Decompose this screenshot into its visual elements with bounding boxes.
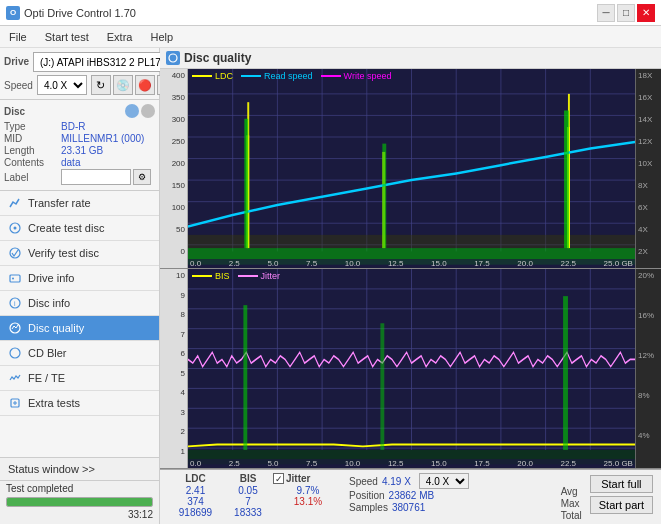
disc-type-value: BD-R	[61, 121, 85, 132]
svg-point-4	[12, 278, 14, 280]
title-bar: O Opti Drive Control 1.70 ─ □ ✕	[0, 0, 661, 26]
close-button[interactable]: ✕	[637, 4, 655, 22]
chart2-y-axis-left: 10987654321	[160, 269, 188, 468]
start-buttons: Start full Start part	[590, 473, 653, 514]
verify-test-disc-icon	[8, 246, 22, 260]
chart2-y-axis-right: 20%16%12%8%4%	[635, 269, 661, 468]
svg-rect-39	[382, 144, 386, 248]
disc-label-label: Label	[4, 172, 59, 183]
nav-disc-info[interactable]: i Disc info	[0, 291, 159, 316]
nav-disc-quality-label: Disc quality	[28, 322, 84, 334]
nav-extra-tests-label: Extra tests	[28, 397, 80, 409]
start-full-button[interactable]: Start full	[590, 475, 653, 493]
svg-point-2	[10, 248, 20, 258]
nav-disc-quality[interactable]: Disc quality	[0, 316, 159, 341]
svg-rect-3	[10, 275, 20, 282]
nav-cd-bler[interactable]: CD Bler	[0, 341, 159, 366]
svg-point-1	[14, 227, 17, 230]
jitter-legend-line	[238, 275, 258, 277]
svg-point-8	[10, 348, 20, 358]
menu-bar: File Start test Extra Help	[0, 26, 661, 48]
nav-items: Transfer rate Create test disc Verify te…	[0, 191, 159, 457]
maximize-button[interactable]: □	[617, 4, 635, 22]
speed-select[interactable]: 4.0 X	[37, 75, 87, 95]
nav-transfer-rate-label: Transfer rate	[28, 197, 91, 209]
create-test-disc-icon	[8, 221, 22, 235]
speed-row: Speed 4.0 X ↻ 💿 🔴 💾	[4, 75, 155, 95]
ldc-col-header: LDC	[168, 473, 223, 484]
drive-select[interactable]: (J:) ATAPI iHBS312 2 PL17	[33, 52, 181, 72]
ldc-total-val: 918699	[168, 507, 223, 518]
position-value: 23862 MB	[389, 490, 435, 501]
nav-cd-bler-label: CD Bler	[28, 347, 67, 359]
jitter-checkbox[interactable]: ✓	[273, 473, 284, 484]
samples-label: Samples	[349, 502, 388, 513]
menu-file[interactable]: File	[6, 30, 30, 44]
svg-rect-40	[564, 110, 569, 248]
transfer-rate-icon	[8, 196, 22, 210]
nav-verify-test-disc-label: Verify test disc	[28, 247, 99, 259]
disc-mid-label: MID	[4, 133, 59, 144]
bis-legend-label: BIS	[215, 271, 230, 281]
write-speed-legend-label: Write speed	[344, 71, 392, 81]
disc-button[interactable]: 💿	[113, 75, 133, 95]
chart2-x-axis: 0.02.55.07.510.012.515.017.520.022.525.0…	[188, 459, 635, 468]
disc-type-label: Type	[4, 121, 59, 132]
jitter-legend-label: Jitter	[261, 271, 281, 281]
status-window-button[interactable]: Status window >>	[8, 463, 151, 475]
drive-label: Drive	[4, 56, 29, 67]
svg-text:i: i	[14, 300, 16, 307]
speed-stat-value: 4.19 X	[382, 476, 411, 487]
bis-max-val: 7	[223, 496, 273, 507]
nav-fe-te[interactable]: FE / TE	[0, 366, 159, 391]
nav-extra-tests[interactable]: Extra tests	[0, 391, 159, 416]
disc-label-btn[interactable]: ⚙	[133, 169, 151, 185]
nav-drive-info-label: Drive info	[28, 272, 74, 284]
progress-bar-fill	[7, 498, 152, 506]
svg-point-7	[10, 323, 20, 333]
window-controls: ─ □ ✕	[597, 4, 655, 22]
bis-stats-col: BIS 0.05 7 18333	[223, 473, 273, 518]
read-speed-legend-label: Read speed	[264, 71, 313, 81]
nav-fe-te-label: FE / TE	[28, 372, 65, 384]
jitter-max-val: 13.1%	[273, 496, 343, 507]
menu-extra[interactable]: Extra	[104, 30, 136, 44]
drive-info-icon	[8, 271, 22, 285]
start-part-button[interactable]: Start part	[590, 496, 653, 514]
nav-transfer-rate[interactable]: Transfer rate	[0, 191, 159, 216]
disc-section: Disc Type BD-R MID MILLENMR1 (000) Lengt…	[0, 100, 159, 191]
refresh-button[interactable]: ↻	[91, 75, 111, 95]
disc-section-title: Disc	[4, 106, 25, 117]
nav-drive-info[interactable]: Drive info	[0, 266, 159, 291]
speed-stat-select[interactable]: 4.0 X	[419, 473, 469, 489]
chart2-legend: BIS Jitter	[192, 271, 280, 281]
jitter-col-header: Jitter	[286, 473, 310, 484]
menu-start-test[interactable]: Start test	[42, 30, 92, 44]
nav-verify-test-disc[interactable]: Verify test disc	[0, 241, 159, 266]
bis-total-val: 18333	[223, 507, 273, 518]
status-window-section: Status window >>	[0, 457, 159, 480]
chart2-plot: BIS Jitter	[188, 269, 635, 468]
jitter-avg-val: 9.7%	[273, 485, 343, 496]
disc-contents-value: data	[61, 157, 80, 168]
burn-button[interactable]: 🔴	[135, 75, 155, 95]
disc-quality-title: Disc quality	[184, 51, 251, 65]
chart2-svg	[188, 269, 635, 468]
disc-graphic-icon	[125, 104, 139, 118]
status-completed-text: Test completed	[6, 483, 73, 494]
chart1-y-axis-left: 400350300250200150100500	[160, 69, 188, 268]
nav-create-test-disc-label: Create test disc	[28, 222, 104, 234]
cd-bler-icon	[8, 346, 22, 360]
disc-label-input[interactable]	[61, 169, 131, 185]
row-labels-col: X Avg Max Total	[561, 473, 582, 521]
content-area: Disc quality 400350300250200150100500 LD	[160, 48, 661, 524]
menu-help[interactable]: Help	[147, 30, 176, 44]
disc-quality-header: Disc quality	[160, 48, 661, 69]
nav-create-test-disc[interactable]: Create test disc	[0, 216, 159, 241]
charts-area: 400350300250200150100500 LDC Read speed	[160, 69, 661, 524]
minimize-button[interactable]: ─	[597, 4, 615, 22]
extra-tests-icon	[8, 396, 22, 410]
time-display: 33:12	[128, 509, 153, 520]
svg-rect-62	[380, 323, 384, 450]
write-speed-legend-line	[321, 75, 341, 77]
